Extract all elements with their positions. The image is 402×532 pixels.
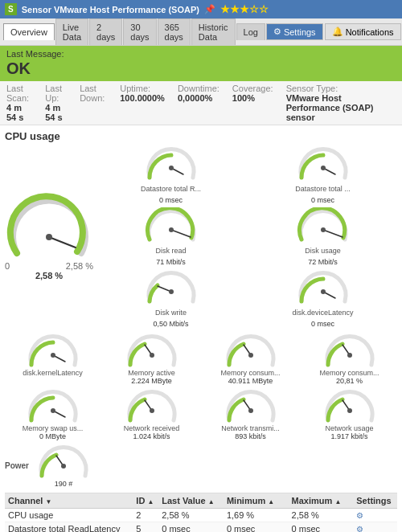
cell-last-value: 0 msec: [158, 522, 224, 533]
settings-button[interactable]: Settings: [266, 23, 323, 40]
svg-point-31: [61, 464, 66, 469]
cpu-gauge-area: 0 2,58 % 2,58 %: [5, 193, 93, 280]
metric-label: Disk write: [155, 309, 187, 317]
main-content: CPU usage 0 2,58 % 2,58 %: [0, 125, 402, 532]
svg-point-3: [169, 166, 174, 170]
settings-icon: [273, 27, 281, 37]
last-down: Last Down:: [80, 84, 107, 122]
table-row: CPU usage 2 2,58 % 1,69 % 2,58 %: [5, 509, 397, 522]
metric-disk-read: Disk read 71 Mbit/s: [96, 207, 245, 266]
svg-point-25: [150, 408, 154, 413]
metric-value: 71 Mbit/s: [156, 258, 186, 266]
svg-point-21: [347, 353, 352, 358]
svg-point-23: [51, 408, 55, 413]
tab-365-days[interactable]: 365 days: [158, 18, 191, 45]
col-settings: Settings: [353, 493, 397, 509]
metric-power: Power: [5, 461, 29, 470]
svg-point-15: [51, 353, 55, 358]
sensor-icon: S: [5, 3, 17, 15]
uptime: Uptime: 100.0000%: [120, 84, 165, 122]
status-bar: Last Message: OK: [0, 46, 402, 81]
cell-channel: Datastore total ReadLatency: [5, 522, 133, 533]
svg-point-17: [150, 353, 154, 358]
last-message-label: Last Message:: [6, 49, 64, 59]
svg-point-19: [248, 353, 253, 358]
metric-memory-swap: Memory swap us... 0 MByte: [5, 388, 100, 440]
col-maximum[interactable]: Maximum ▲: [289, 493, 354, 509]
metric-datastore-r: Datastore total R... 0 msec: [96, 145, 245, 204]
table-row: Datastore total ReadLatency 5 0 msec 0 m…: [5, 522, 397, 533]
svg-point-27: [248, 408, 253, 413]
col-channel[interactable]: Channel ▼: [5, 493, 133, 509]
cell-max: 0 msec: [289, 522, 354, 533]
metric-label: Datastore total R...: [141, 185, 201, 193]
tab-log[interactable]: Log: [236, 23, 265, 40]
metric-label: disk.deviceLatency: [292, 309, 353, 317]
metric-value: 0 msec: [311, 196, 334, 204]
star-rating[interactable]: ★★★☆☆: [220, 3, 269, 15]
notifications-button[interactable]: Notifications: [325, 23, 401, 40]
svg-point-11: [169, 289, 174, 294]
metric-net-transmitted: Network transmi... 893 kbit/s: [203, 388, 298, 440]
last-scan: Last Scan: 4 m 54 s: [6, 84, 32, 122]
nav-tabs: Overview Live Data 2 days 30 days 365 da…: [0, 18, 402, 46]
col-last-value[interactable]: Last Value ▲: [158, 493, 224, 509]
metric-label: Datastore total ...: [295, 185, 351, 193]
metric-memory-active: Memory active 2.224 MByte: [104, 333, 199, 385]
cell-max: 2,58 %: [289, 509, 354, 522]
tab-30-days[interactable]: 30 days: [123, 18, 156, 45]
metric-disk-write: Disk write 0,50 Mbit/s: [96, 269, 245, 328]
svg-point-29: [347, 408, 352, 413]
bell-icon: [332, 27, 343, 37]
cell-id: 5: [133, 522, 158, 533]
downtime: Downtime: 0,0000%: [178, 84, 219, 122]
metric-device-latency: disk.deviceLatency 0 msec: [248, 269, 397, 328]
metric-net-received: Network received 1.024 kbit/s: [104, 388, 199, 440]
metric-value: 0 msec: [159, 196, 183, 204]
svg-point-5: [321, 166, 326, 170]
metric-memory-consumed-pct: Memory consum... 20,81 %: [302, 333, 397, 385]
svg-point-13: [321, 289, 326, 294]
pin-icon: 📌: [204, 4, 215, 14]
metric-memory-consumed: Memory consum... 40.911 MByte: [203, 333, 298, 385]
title-bar: S Sensor VMware Host Performance (SOAP) …: [0, 0, 402, 18]
cpu-value: 2,58 %: [35, 271, 63, 280]
tab-overview[interactable]: Overview: [3, 23, 55, 40]
tab-live-data[interactable]: Live Data: [55, 18, 88, 45]
svg-line-6: [171, 230, 191, 237]
cell-last-value: 2,58 %: [158, 509, 224, 522]
cell-id: 2: [133, 509, 158, 522]
cell-min: 1,69 %: [224, 509, 289, 522]
svg-line-8: [323, 230, 343, 237]
svg-point-9: [321, 227, 326, 232]
svg-line-0: [49, 237, 76, 248]
cpu-gauge-min: 0: [5, 261, 10, 271]
svg-point-1: [46, 234, 52, 240]
cpu-gauge-max: 2,58 %: [66, 261, 93, 271]
sensor-type: Sensor Type: VMware Host Performance (SO…: [286, 84, 396, 122]
cell-settings[interactable]: [353, 522, 397, 533]
metric-value: 0,50 Mbit/s: [153, 320, 188, 328]
metric-net-usage: Network usage 1.917 kbit/s: [302, 388, 397, 440]
table-section: Channel ▼ ID ▲ Last Value ▲ Minimum ▲ Ma…: [5, 493, 397, 532]
coverage: Coverage: 100%: [232, 84, 273, 122]
cpu-title: CPU usage: [5, 130, 397, 142]
metric-value: 72 Mbit/s: [308, 258, 338, 266]
col-id[interactable]: ID ▲: [133, 493, 158, 509]
col-minimum[interactable]: Minimum ▲: [224, 493, 289, 509]
metric-kernel-latency: disk.kernelLatency: [5, 333, 100, 385]
svg-point-7: [169, 227, 174, 232]
cell-channel: CPU usage: [5, 509, 133, 522]
cell-min: 0 msec: [224, 522, 289, 533]
cpu-section: CPU usage 0 2,58 % 2,58 %: [5, 130, 397, 328]
cell-settings[interactable]: [353, 509, 397, 522]
info-bar: Last Scan: 4 m 54 s Last Up: 4 m 54 s La…: [0, 81, 402, 125]
tab-historic[interactable]: Historic Data: [191, 18, 236, 45]
ok-status: OK: [6, 59, 396, 78]
tab-2-days[interactable]: 2 days: [89, 18, 122, 45]
cpu-gauge-svg: [5, 193, 93, 261]
metric-datastore-w: Datastore total ... 0 msec: [248, 145, 397, 204]
metric-disk-usage: Disk usage 72 Mbit/s: [248, 207, 397, 266]
page-title: Sensor VMware Host Performance (SOAP): [22, 5, 199, 14]
last-up: Last Up: 4 m 54 s: [45, 84, 67, 122]
